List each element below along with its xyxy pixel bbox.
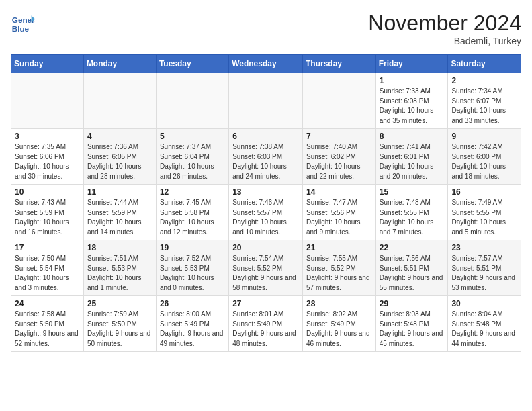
calendar-cell: 2Sunrise: 7:34 AM Sunset: 6:07 PM Daylig…: [448, 73, 521, 129]
day-info: Sunrise: 7:49 AM Sunset: 5:55 PM Dayligh…: [451, 198, 517, 237]
calendar-cell: 7Sunrise: 7:40 AM Sunset: 6:02 PM Daylig…: [302, 129, 375, 185]
weekday-header-sunday: Sunday: [11, 55, 84, 73]
day-info: Sunrise: 7:40 AM Sunset: 6:02 PM Dayligh…: [306, 142, 372, 181]
day-number: 30: [451, 299, 517, 308]
weekday-header-tuesday: Tuesday: [156, 55, 228, 73]
logo-icon: General Blue: [11, 11, 35, 35]
weekday-header-friday: Friday: [375, 55, 448, 73]
day-number: 7: [306, 132, 372, 141]
calendar-cell: 12Sunrise: 7:45 AM Sunset: 5:58 PM Dayli…: [156, 185, 228, 240]
calendar-cell: 20Sunrise: 7:54 AM Sunset: 5:52 PM Dayli…: [229, 240, 303, 296]
calendar-cell: 30Sunrise: 8:04 AM Sunset: 5:48 PM Dayli…: [448, 296, 521, 352]
day-info: Sunrise: 7:42 AM Sunset: 6:00 PM Dayligh…: [451, 142, 517, 181]
day-number: 17: [15, 243, 80, 253]
week-row-4: 17Sunrise: 7:50 AM Sunset: 5:54 PM Dayli…: [11, 240, 521, 296]
calendar-cell: 10Sunrise: 7:43 AM Sunset: 5:59 PM Dayli…: [11, 185, 84, 240]
month-title: November 2024: [368, 11, 521, 36]
weekday-header-thursday: Thursday: [302, 55, 375, 73]
calendar-cell: [302, 73, 375, 129]
calendar-cell: 29Sunrise: 8:03 AM Sunset: 5:48 PM Dayli…: [375, 296, 448, 352]
day-number: 8: [380, 132, 445, 141]
day-number: 11: [87, 187, 152, 197]
day-number: 26: [160, 299, 225, 308]
calendar-cell: 27Sunrise: 8:01 AM Sunset: 5:49 PM Dayli…: [229, 296, 303, 352]
day-info: Sunrise: 7:46 AM Sunset: 5:57 PM Dayligh…: [232, 198, 299, 237]
logo: General Blue: [11, 11, 35, 35]
day-info: Sunrise: 8:04 AM Sunset: 5:48 PM Dayligh…: [451, 310, 517, 349]
day-info: Sunrise: 7:33 AM Sunset: 6:08 PM Dayligh…: [380, 87, 445, 126]
week-row-3: 10Sunrise: 7:43 AM Sunset: 5:59 PM Dayli…: [11, 185, 521, 240]
day-info: Sunrise: 7:50 AM Sunset: 5:54 PM Dayligh…: [15, 254, 80, 293]
day-number: 18: [87, 243, 152, 253]
day-info: Sunrise: 7:59 AM Sunset: 5:50 PM Dayligh…: [87, 310, 152, 349]
day-number: 1: [380, 76, 445, 85]
calendar-cell: 8Sunrise: 7:41 AM Sunset: 6:01 PM Daylig…: [375, 129, 448, 185]
title-block: November 2024 Bademli, Turkey: [368, 11, 521, 46]
calendar-cell: 18Sunrise: 7:51 AM Sunset: 5:53 PM Dayli…: [83, 240, 156, 296]
day-number: 14: [306, 187, 372, 197]
day-number: 16: [451, 187, 517, 197]
calendar-cell: [229, 73, 303, 129]
calendar-cell: 15Sunrise: 7:48 AM Sunset: 5:55 PM Dayli…: [375, 185, 448, 240]
calendar-cell: [83, 73, 156, 129]
day-info: Sunrise: 7:52 AM Sunset: 5:53 PM Dayligh…: [160, 254, 225, 293]
weekday-header-saturday: Saturday: [448, 55, 521, 73]
day-number: 13: [232, 187, 299, 197]
day-number: 19: [160, 243, 225, 253]
day-info: Sunrise: 7:57 AM Sunset: 5:51 PM Dayligh…: [451, 254, 517, 293]
day-info: Sunrise: 7:35 AM Sunset: 6:06 PM Dayligh…: [15, 142, 80, 181]
week-row-5: 24Sunrise: 7:58 AM Sunset: 5:50 PM Dayli…: [11, 296, 521, 352]
day-info: Sunrise: 7:55 AM Sunset: 5:52 PM Dayligh…: [306, 254, 372, 293]
day-info: Sunrise: 7:54 AM Sunset: 5:52 PM Dayligh…: [232, 254, 299, 293]
day-info: Sunrise: 8:03 AM Sunset: 5:48 PM Dayligh…: [380, 310, 445, 349]
calendar-cell: 11Sunrise: 7:44 AM Sunset: 5:59 PM Dayli…: [83, 185, 156, 240]
calendar-cell: 19Sunrise: 7:52 AM Sunset: 5:53 PM Dayli…: [156, 240, 228, 296]
day-info: Sunrise: 7:38 AM Sunset: 6:03 PM Dayligh…: [232, 142, 299, 181]
day-number: 2: [451, 76, 517, 85]
week-row-1: 1Sunrise: 7:33 AM Sunset: 6:08 PM Daylig…: [11, 73, 521, 129]
day-number: 20: [232, 243, 299, 253]
day-number: 22: [380, 243, 445, 253]
day-number: 27: [232, 299, 299, 308]
day-number: 4: [87, 132, 152, 141]
weekday-header-wednesday: Wednesday: [229, 55, 303, 73]
day-info: Sunrise: 7:43 AM Sunset: 5:59 PM Dayligh…: [15, 198, 80, 237]
weekday-header-row: SundayMondayTuesdayWednesdayThursdayFrid…: [11, 55, 521, 73]
day-number: 28: [306, 299, 372, 308]
calendar-cell: 28Sunrise: 8:02 AM Sunset: 5:49 PM Dayli…: [302, 296, 375, 352]
day-info: Sunrise: 7:45 AM Sunset: 5:58 PM Dayligh…: [160, 198, 225, 237]
day-info: Sunrise: 8:00 AM Sunset: 5:49 PM Dayligh…: [160, 310, 225, 349]
calendar-cell: 24Sunrise: 7:58 AM Sunset: 5:50 PM Dayli…: [11, 296, 84, 352]
day-number: 5: [160, 132, 225, 141]
day-number: 15: [380, 187, 445, 197]
calendar-cell: 26Sunrise: 8:00 AM Sunset: 5:49 PM Dayli…: [156, 296, 228, 352]
calendar-cell: 25Sunrise: 7:59 AM Sunset: 5:50 PM Dayli…: [83, 296, 156, 352]
day-number: 3: [15, 132, 80, 141]
calendar-cell: 3Sunrise: 7:35 AM Sunset: 6:06 PM Daylig…: [11, 129, 84, 185]
calendar-cell: 21Sunrise: 7:55 AM Sunset: 5:52 PM Dayli…: [302, 240, 375, 296]
calendar-cell: [156, 73, 228, 129]
calendar-cell: 5Sunrise: 7:37 AM Sunset: 6:04 PM Daylig…: [156, 129, 228, 185]
day-info: Sunrise: 7:36 AM Sunset: 6:05 PM Dayligh…: [87, 142, 152, 181]
day-info: Sunrise: 7:47 AM Sunset: 5:56 PM Dayligh…: [306, 198, 372, 237]
week-row-2: 3Sunrise: 7:35 AM Sunset: 6:06 PM Daylig…: [11, 129, 521, 185]
day-info: Sunrise: 7:41 AM Sunset: 6:01 PM Dayligh…: [380, 142, 445, 181]
day-number: 9: [451, 132, 517, 141]
day-number: 23: [451, 243, 517, 253]
calendar-cell: 6Sunrise: 7:38 AM Sunset: 6:03 PM Daylig…: [229, 129, 303, 185]
day-number: 21: [306, 243, 372, 253]
calendar-cell: 9Sunrise: 7:42 AM Sunset: 6:00 PM Daylig…: [448, 129, 521, 185]
day-info: Sunrise: 7:48 AM Sunset: 5:55 PM Dayligh…: [380, 198, 445, 237]
day-number: 29: [380, 299, 445, 308]
calendar-table: SundayMondayTuesdayWednesdayThursdayFrid…: [11, 54, 521, 352]
calendar-cell: 16Sunrise: 7:49 AM Sunset: 5:55 PM Dayli…: [448, 185, 521, 240]
day-number: 24: [15, 299, 80, 308]
calendar-cell: [11, 73, 84, 129]
day-info: Sunrise: 8:01 AM Sunset: 5:49 PM Dayligh…: [232, 310, 299, 349]
day-info: Sunrise: 7:51 AM Sunset: 5:53 PM Dayligh…: [87, 254, 152, 293]
calendar-cell: 22Sunrise: 7:56 AM Sunset: 5:51 PM Dayli…: [375, 240, 448, 296]
day-info: Sunrise: 8:02 AM Sunset: 5:49 PM Dayligh…: [306, 310, 372, 349]
calendar-cell: 13Sunrise: 7:46 AM Sunset: 5:57 PM Dayli…: [229, 185, 303, 240]
day-info: Sunrise: 7:44 AM Sunset: 5:59 PM Dayligh…: [87, 198, 152, 237]
page-header: General Blue November 2024 Bademli, Turk…: [11, 11, 521, 46]
